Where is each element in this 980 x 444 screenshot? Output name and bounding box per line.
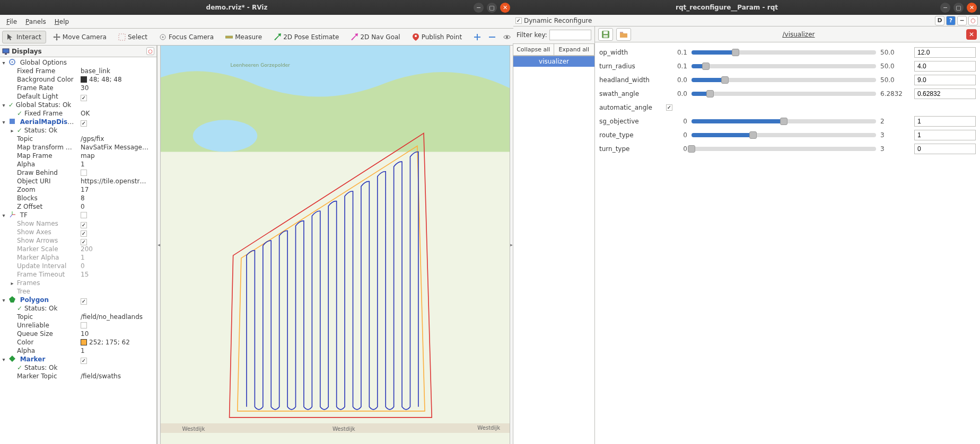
svg-point-2 <box>162 36 163 38</box>
tree-object-uri[interactable]: Object URIhttps://tile.openstr… <box>0 177 156 185</box>
tree-blocks[interactable]: Blocks8 <box>0 194 156 202</box>
param-panel-close[interactable]: ✕ <box>966 29 977 40</box>
tree-bg-color[interactable]: Background Color48; 48; 48 <box>0 75 156 84</box>
subpanel-minus[interactable]: − <box>957 16 967 25</box>
param-slider[interactable] <box>692 64 876 68</box>
tree-mk-status[interactable]: ✓ Status: Ok <box>0 363 156 372</box>
tree-z-offset[interactable]: Z Offset0 <box>0 202 156 211</box>
tree-aerial-alpha[interactable]: Alpha1 <box>0 160 156 168</box>
displays-tree[interactable]: ▾ Global Options Fixed Framebase_link Ba… <box>0 57 156 444</box>
tool-2d-nav-goal[interactable]: 2D Nav Goal <box>346 31 405 43</box>
tool-2d-pose-estimate[interactable]: 2D Pose Estimate <box>269 31 344 43</box>
param-slider[interactable] <box>692 147 876 151</box>
tool-move-camera[interactable]: Move Camera <box>48 31 111 43</box>
open-button[interactable] <box>616 28 631 41</box>
close-button[interactable]: ✕ <box>500 3 510 13</box>
param-slider[interactable] <box>692 133 876 137</box>
focus-icon <box>159 33 167 41</box>
tree-aerial-topic[interactable]: Topic/gps/fix <box>0 135 156 143</box>
tree-frame-rate[interactable]: Frame Rate30 <box>0 84 156 92</box>
tree-update-interval[interactable]: Update Interval0 <box>0 262 156 270</box>
svg-point-11 <box>11 61 13 63</box>
tree-tree[interactable]: Tree <box>0 287 156 296</box>
tree-show-axes[interactable]: Show Axes <box>0 228 156 236</box>
rviz-3d-view[interactable]: Westdijk Westdijk Westdijk Leenheeren Go… <box>161 46 510 444</box>
tree-poly-alpha[interactable]: Alpha1 <box>0 347 156 355</box>
tool-view-toggle[interactable] <box>501 31 513 43</box>
menu-help[interactable]: Help <box>50 16 73 27</box>
splitter-left[interactable]: ◂ <box>157 46 161 444</box>
tree-show-names[interactable]: Show Names <box>0 219 156 228</box>
dock-checkbox[interactable] <box>515 17 522 24</box>
minus-icon <box>488 33 496 41</box>
tree-gs-fixed-frame[interactable]: ✓ Fixed FrameOK <box>0 109 156 118</box>
menu-file[interactable]: File <box>2 16 21 27</box>
tree-global-status[interactable]: ▾ ✓ Global Status: Ok <box>0 101 156 109</box>
displays-header[interactable]: Displays ○ <box>0 46 156 57</box>
tree-fixed-frame[interactable]: Fixed Framebase_link <box>0 67 156 75</box>
tree-node-visualizer[interactable]: visualizer <box>513 56 594 67</box>
minimize-button[interactable]: ─ <box>940 3 950 13</box>
tree-aerial-status[interactable]: ▸ ✓ Status: Ok <box>0 126 156 135</box>
tree-tf[interactable]: ▾ TF <box>0 211 156 219</box>
expand-all-button[interactable]: Expand all <box>554 43 595 56</box>
tree-unreliable[interactable]: Unreliable <box>0 321 156 330</box>
splitter-right[interactable]: ▸ <box>510 46 513 444</box>
param-slider[interactable] <box>692 119 876 123</box>
tree-aerial[interactable]: ▾ AerialMapDisp… <box>0 118 156 126</box>
svg-text:Westdijk: Westdijk <box>477 425 500 431</box>
param-slider[interactable] <box>692 50 876 55</box>
tree-mk-topic[interactable]: Marker Topic/field/swaths <box>0 372 156 380</box>
tree-map-frame[interactable]: Map Framemap <box>0 152 156 160</box>
tool-select[interactable]: Select <box>113 31 152 43</box>
param-value-input[interactable] <box>914 61 976 72</box>
subpanel-close[interactable]: ○ <box>968 16 978 25</box>
minimize-button[interactable]: ─ <box>474 3 484 13</box>
param-value-input[interactable] <box>914 75 976 85</box>
tree-poly-status[interactable]: ✓ Status: Ok <box>0 304 156 313</box>
tree-marker[interactable]: ▾ Marker <box>0 355 156 363</box>
tree-poly-color[interactable]: Color252; 175; 62 <box>0 338 156 347</box>
param-value-input[interactable] <box>914 130 976 140</box>
tree-draw-behind[interactable]: Draw Behind <box>0 168 156 177</box>
tree-frame-timeout[interactable]: Frame Timeout15 <box>0 270 156 279</box>
tree-global-options[interactable]: ▾ Global Options <box>0 58 156 67</box>
dock-d-button[interactable]: D <box>935 16 944 25</box>
param-list: op_width 0.1 50.0 turn_radius 0.1 50.0 <box>595 42 980 159</box>
tree-default-light[interactable]: Default Light <box>0 92 156 101</box>
close-button[interactable]: ✕ <box>967 3 977 13</box>
tool-publish-point[interactable]: Publish Point <box>407 31 467 43</box>
tree-poly-topic[interactable]: Topic/field/no_headlands <box>0 313 156 321</box>
filter-input[interactable] <box>549 30 591 40</box>
t
-remove[interactable] <box>486 31 498 43</box>
rviz-toolbar: Interact Move Camera Select Focus Camera… <box>0 29 513 46</box>
collapse-all-button[interactable]: Collapse all <box>513 43 554 56</box>
param-value-input[interactable] <box>914 47 976 58</box>
tree-queue[interactable]: Queue Size10 <box>0 330 156 338</box>
tree-show-arrows[interactable]: Show Arrows <box>0 236 156 245</box>
param-value-input[interactable] <box>914 144 976 154</box>
tree-marker-scale[interactable]: Marker Scale200 <box>0 245 156 253</box>
param-slider[interactable] <box>692 92 876 96</box>
param-value-input[interactable] <box>914 116 976 127</box>
menu-panels[interactable]: Panels <box>21 16 50 27</box>
tree-polygon[interactable]: ▾ Polygon <box>0 296 156 304</box>
param-slider[interactable] <box>692 78 876 82</box>
tool-focus-camera[interactable]: Focus Camera <box>154 31 218 43</box>
tree-zoom[interactable]: Zoom17 <box>0 185 156 194</box>
tool-measure[interactable]: Measure <box>221 31 267 43</box>
tree-frames[interactable]: ▸ Frames <box>0 279 156 287</box>
tree-marker-alpha[interactable]: Marker Alpha1 <box>0 253 156 262</box>
displays-close[interactable]: ○ <box>146 47 154 55</box>
param-value-input[interactable] <box>914 88 976 99</box>
save-button[interactable] <box>598 28 613 41</box>
maximize-button[interactable]: ▢ <box>487 3 497 13</box>
help-button[interactable]: ? <box>946 16 956 25</box>
param-checkbox[interactable] <box>666 104 672 111</box>
maximize-button[interactable]: ▢ <box>953 3 964 13</box>
tool-interact[interactable]: Interact <box>2 31 46 43</box>
tool-add[interactable] <box>471 31 484 43</box>
rqt-node-tree[interactable]: visualizer <box>513 56 594 444</box>
tree-map-transform[interactable]: Map transform …NavSatFix Message… <box>0 143 156 152</box>
rviz-title: demo.rviz* - RViz <box>159 4 315 11</box>
